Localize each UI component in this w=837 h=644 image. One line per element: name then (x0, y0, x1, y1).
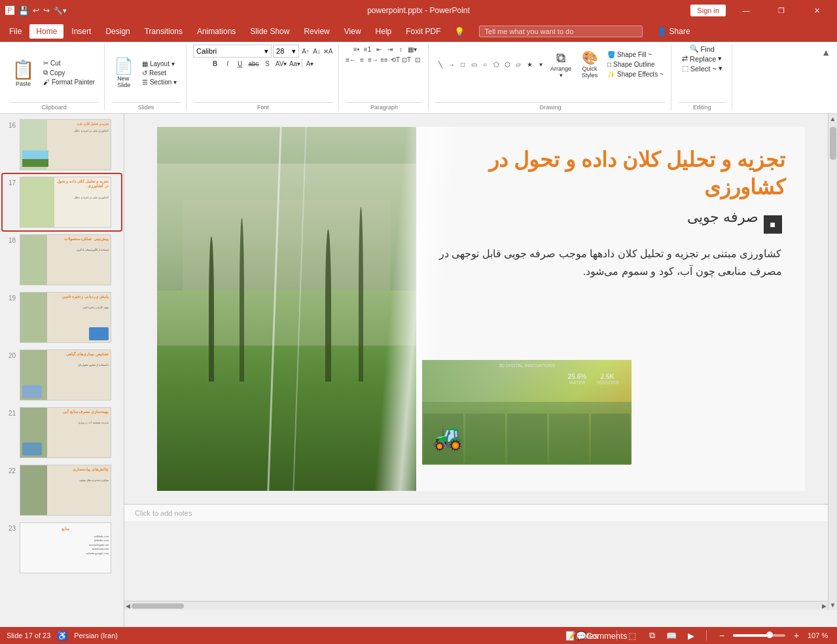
shape-fill-button[interactable]: 🪣 Shape Fill ~ (605, 50, 666, 59)
close-button[interactable]: ✕ (802, 0, 832, 21)
scroll-down-button[interactable]: ▼ (830, 601, 836, 609)
menu-insert[interactable]: Insert (65, 24, 98, 39)
accessibility-icon[interactable]: ♿ (57, 631, 67, 641)
notes-area[interactable]: Click to add notes (124, 504, 837, 521)
comments-button[interactable]: 💬 Comments (594, 630, 609, 641)
reset-button[interactable]: ↺ Reset (138, 69, 181, 77)
paste-button[interactable]: 📋 Paste (9, 58, 37, 88)
increase-font-button[interactable]: A↑ (300, 46, 311, 56)
menu-animations[interactable]: Animations (190, 24, 242, 39)
save-icon[interactable]: 💾 (18, 6, 29, 16)
align-right-button[interactable]: ≡→ (368, 55, 378, 64)
slide-subtitle[interactable]: صرفه جویی (429, 209, 758, 226)
cut-button[interactable]: ✂ Cut (39, 59, 99, 67)
redo-icon[interactable]: ↪ (43, 6, 50, 15)
shape-hex[interactable]: ⬡ (502, 60, 512, 69)
slide-sorter-button[interactable]: ⧉ (645, 630, 659, 641)
customize-icon[interactable]: 🔧▾ (54, 7, 67, 15)
tell-me-input[interactable]: Tell me what you want to do (479, 26, 643, 37)
smartart-button[interactable]: ⊡ (412, 55, 423, 64)
slide-thumb-22[interactable]: 22 چالش‌های پیاده‌سازی موانع و محدودیت‌ه… (3, 462, 121, 518)
zoom-slider-thumb[interactable] (766, 632, 773, 638)
slide-title[interactable]: تجزیه و تحلیل کلان داده و تحول در کشاورز… (429, 147, 785, 201)
slide-canvas[interactable]: تجزیه و تحلیل کلان داده و تحول در کشاورز… (157, 127, 805, 491)
change-case-button[interactable]: Aa▾ (289, 59, 301, 68)
menu-help[interactable]: Help (369, 24, 399, 39)
scroll-left-button[interactable]: ◀ (126, 603, 130, 609)
bold-button[interactable]: B (209, 59, 221, 68)
italic-button[interactable]: I (222, 59, 234, 68)
slide-thumb-19[interactable]: 19 پایش و ردیابی زنجیره تامین بهبود کارا… (3, 289, 121, 346)
menu-home[interactable]: Home (29, 24, 63, 39)
decrease-font-button[interactable]: A↓ (312, 46, 322, 56)
collapse-ribbon-button[interactable]: ▲ (819, 45, 833, 60)
undo-icon[interactable]: ↩ (33, 6, 39, 15)
char-spacing-button[interactable]: AV▾ (274, 59, 289, 68)
font-name-dropdown[interactable]: Calibri ▾ (193, 45, 272, 58)
shape-rect[interactable]: □ (457, 60, 468, 69)
quick-styles-button[interactable]: 🎨 Quick Styles (575, 45, 604, 84)
sign-in-button[interactable]: Sign in (690, 5, 726, 16)
slide-body[interactable]: کشاورزی مبتنی بر تجزیه و تحلیل کلان داده… (429, 245, 781, 280)
restore-button[interactable]: ❐ (766, 0, 796, 21)
shape-pentagon[interactable]: ⬠ (491, 60, 501, 69)
slide-thumb-18[interactable]: 18 پیش‌بینی عملکرد محصولات استفاده از ال… (3, 232, 121, 288)
decrease-indent-button[interactable]: ⇤ (374, 45, 384, 54)
shape-rect2[interactable]: ▭ (469, 60, 479, 69)
slide-thumb-21[interactable]: 21 بهینه‌سازی مصرف منابع آبی مدیریت هوشم… (3, 404, 121, 461)
reading-view-button[interactable]: 📖 (664, 630, 679, 641)
text-direction-button[interactable]: ⟲T (390, 55, 401, 64)
layout-button[interactable]: ▦ Layout ▾ (138, 60, 181, 68)
menu-review[interactable]: Review (297, 24, 336, 39)
minimize-button[interactable]: — (731, 0, 761, 21)
slide-thumb-16[interactable]: 16 تجزیه و تحلیل کلان داده کشاورزی مبتنی… (3, 116, 121, 173)
zoom-in-button[interactable]: + (789, 630, 804, 641)
replace-button[interactable]: ⇄ Replace ▾ (682, 54, 722, 63)
share-button[interactable]: 👤 Share (657, 27, 690, 36)
shadow-button[interactable]: S (262, 59, 274, 68)
menu-slideshow[interactable]: Slide Show (243, 24, 296, 39)
vertical-scrollbar[interactable]: ▲ ▼ (828, 114, 837, 610)
slide-thumb-20[interactable]: 20 تشخیص بیماری‌های گیاهی با استفاده از … (3, 347, 121, 403)
scroll-right-button[interactable]: ▶ (822, 603, 827, 609)
select-button[interactable]: ⬚ Select ~ ▾ (682, 64, 722, 73)
new-slide-button[interactable]: 📄 NewSlide (111, 56, 136, 90)
normal-view-button[interactable]: ⬚ (625, 630, 639, 641)
font-size-dropdown[interactable]: 28 ▾ (273, 45, 299, 58)
arrange-button[interactable]: ⧉ Arrange ▾ (548, 45, 574, 84)
shape-para[interactable]: ▱ (513, 60, 524, 69)
shape-effects-button[interactable]: ✨ Shape Effects ~ (605, 70, 666, 79)
shape-oval[interactable]: ○ (480, 60, 490, 69)
shape-more[interactable]: ▾ (535, 60, 546, 69)
columns-button[interactable]: ▦▾ (407, 45, 418, 54)
justify-button[interactable]: ≡≡ (379, 55, 389, 64)
zoom-slider[interactable] (733, 634, 785, 637)
slide-thumb-17[interactable]: 17 تجزیه و تحلیل کلان داده و تحول در کشا… (3, 174, 121, 230)
scroll-h-thumb[interactable] (132, 603, 184, 609)
find-button[interactable]: 🔍 Find (690, 45, 715, 53)
clear-format-button[interactable]: ✕A (323, 46, 333, 56)
font-color-button[interactable]: A▾ (303, 59, 317, 68)
zoom-out-button[interactable]: − (715, 630, 729, 641)
scroll-thumb[interactable] (830, 127, 836, 160)
section-button[interactable]: ☰ Section ▾ (138, 78, 181, 86)
menu-transitions[interactable]: Transitions (138, 24, 189, 39)
align-text-button[interactable]: ⊡T (401, 55, 412, 64)
numbering-button[interactable]: ≡1 (363, 45, 373, 54)
horizontal-scrollbar[interactable]: ◀ ▶ (124, 601, 828, 610)
slideshow-button[interactable]: ▶ (684, 630, 698, 641)
increase-indent-button[interactable]: ⇥ (385, 45, 395, 54)
underline-button[interactable]: U (234, 59, 246, 68)
shape-star[interactable]: ★ (524, 60, 535, 69)
bullets-button[interactable]: ≡• (351, 45, 362, 54)
menu-design[interactable]: Design (99, 24, 136, 39)
scroll-up-button[interactable]: ▲ (830, 115, 836, 122)
line-spacing-button[interactable]: ↕ (396, 45, 406, 54)
menu-foxit[interactable]: Foxit PDF (399, 24, 447, 39)
shape-outline-button[interactable]: □ Shape Outline (605, 60, 666, 69)
shape-line[interactable]: ╲ (435, 60, 446, 69)
align-left-button[interactable]: ≡← (346, 55, 356, 64)
zoom-level[interactable]: 107 % (808, 632, 830, 639)
copy-button[interactable]: ⧉ Copy (39, 68, 99, 77)
shape-arrow[interactable]: → (446, 60, 457, 69)
